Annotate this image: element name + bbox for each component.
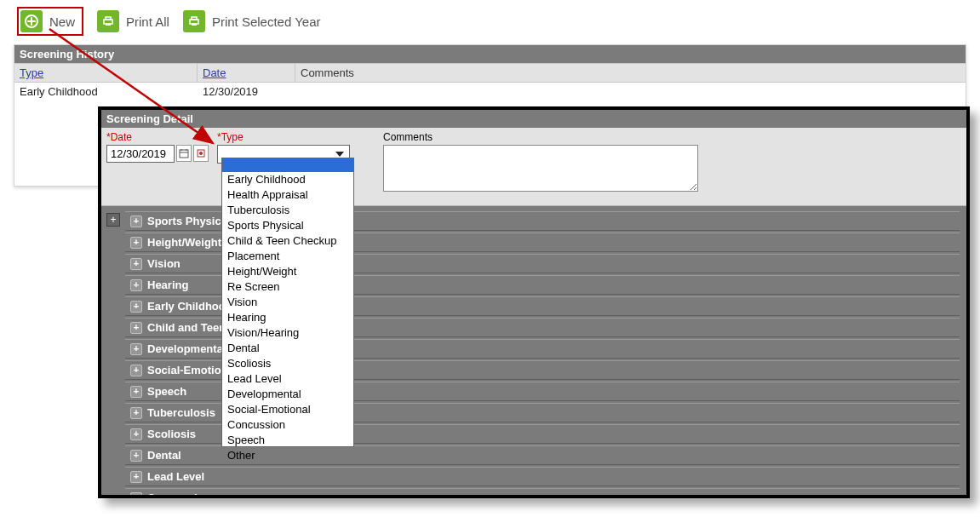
date-label: *Date	[106, 131, 217, 143]
screening-detail-panel: Screening Detail *Date *Type	[98, 106, 970, 498]
history-row[interactable]: Early Childhood 12/30/2019	[14, 83, 966, 101]
screening-history-title: Screening History	[14, 45, 966, 63]
type-option[interactable]: Lead Level	[222, 371, 353, 387]
type-option[interactable]: Concussion	[222, 417, 353, 433]
screening-detail-title: Screening Detail	[101, 110, 966, 128]
type-option[interactable]: Sports Physical	[222, 218, 353, 233]
type-option[interactable]: Scoliosis	[222, 356, 353, 371]
accordion-section-label: Hearing	[147, 279, 188, 291]
calendar-icon[interactable]	[176, 145, 192, 162]
accordion-section[interactable]: +Lead Level	[125, 467, 960, 486]
history-header-date[interactable]: Date	[198, 64, 295, 82]
type-option[interactable]: Hearing	[222, 310, 353, 325]
plus-circle-icon	[20, 10, 43, 32]
clear-date-icon[interactable]	[193, 145, 209, 162]
accordion-section-label: Tuberculosis	[147, 406, 215, 419]
type-label: *Type	[217, 131, 383, 143]
svg-rect-2	[106, 17, 111, 20]
history-cell-type: Early Childhood	[14, 83, 198, 101]
expand-icon[interactable]: +	[130, 258, 142, 270]
svg-rect-5	[192, 17, 197, 20]
new-label: New	[49, 14, 75, 29]
expand-icon[interactable]: +	[130, 237, 142, 249]
type-option[interactable]: Vision	[222, 295, 353, 310]
print-selected-button[interactable]: Print Selected Year	[183, 10, 321, 32]
expand-icon[interactable]: +	[130, 407, 142, 419]
history-header-row: Type Date Comments	[14, 63, 966, 83]
accordion-section-label: Speech	[147, 385, 186, 398]
type-option[interactable]: Dental	[222, 341, 353, 356]
comments-textarea[interactable]	[383, 145, 698, 192]
expand-all-icon[interactable]: +	[106, 213, 120, 227]
type-option[interactable]	[222, 158, 353, 172]
date-input[interactable]	[106, 145, 175, 163]
printer-icon	[97, 10, 119, 32]
type-option[interactable]: Social-Emotional	[222, 402, 353, 417]
history-cell-date: 12/30/2019	[198, 83, 295, 101]
type-option[interactable]: Vision/Hearing	[222, 325, 353, 341]
type-option[interactable]: Placement	[222, 249, 353, 264]
type-option[interactable]: Tuberculosis	[222, 203, 353, 218]
svg-rect-3	[106, 23, 111, 26]
accordion-section[interactable]: +Concussion	[125, 488, 960, 498]
accordion-section-label: Lead Level	[147, 470, 204, 483]
type-option[interactable]: Early Childhood	[222, 172, 353, 187]
expand-icon[interactable]: +	[130, 450, 142, 462]
print-all-button[interactable]: Print All	[97, 10, 169, 32]
expand-icon[interactable]: +	[130, 343, 142, 355]
svg-point-9	[199, 152, 203, 155]
accordion-section-label: Concussion	[147, 491, 210, 498]
history-header-comments: Comments	[295, 64, 966, 82]
type-dropdown: Early ChildhoodHealth AppraisalTuberculo…	[221, 158, 354, 447]
accordion-section-label: Developmental	[147, 342, 226, 355]
expand-icon[interactable]: +	[130, 215, 142, 227]
accordion-section-label: Sports Physical	[147, 215, 231, 227]
svg-rect-6	[192, 23, 197, 26]
new-button[interactable]: New	[17, 7, 83, 36]
toolbar: New Print All Print Selected Year	[0, 0, 980, 44]
history-cell-comments	[295, 83, 966, 101]
type-option[interactable]: Speech	[222, 433, 353, 448]
expand-icon[interactable]: +	[130, 471, 142, 483]
type-option[interactable]: Height/Weight	[222, 264, 353, 279]
type-option[interactable]: Re Screen	[222, 279, 353, 295]
accordion-section-label: Dental	[147, 449, 181, 462]
expand-icon[interactable]: +	[130, 322, 142, 334]
accordion-section-label: Vision	[147, 257, 181, 270]
type-option[interactable]: Health Appraisal	[222, 187, 353, 203]
expand-icon[interactable]: +	[130, 492, 142, 499]
accordion-section-label: Child and Teen	[147, 321, 226, 334]
accordion-section-label: Height/Weight	[147, 236, 221, 249]
expand-icon[interactable]: +	[130, 428, 142, 440]
type-option[interactable]: Other	[222, 448, 353, 463]
svg-rect-7	[180, 150, 188, 158]
print-all-label: Print All	[126, 14, 169, 29]
history-header-type[interactable]: Type	[14, 64, 198, 82]
expand-icon[interactable]: +	[130, 301, 142, 313]
type-option[interactable]: Developmental	[222, 387, 353, 402]
accordion-section-label: Early Childhood	[147, 300, 232, 313]
accordion-section-label: Scoliosis	[147, 428, 196, 440]
expand-icon[interactable]: +	[130, 365, 142, 376]
comments-label: Comments	[383, 131, 707, 143]
type-option[interactable]: Child & Teen Checkup	[222, 233, 353, 249]
expand-icon[interactable]: +	[130, 386, 142, 398]
printer-icon	[183, 10, 205, 32]
print-selected-label: Print Selected Year	[212, 14, 321, 29]
expand-icon[interactable]: +	[130, 279, 142, 291]
